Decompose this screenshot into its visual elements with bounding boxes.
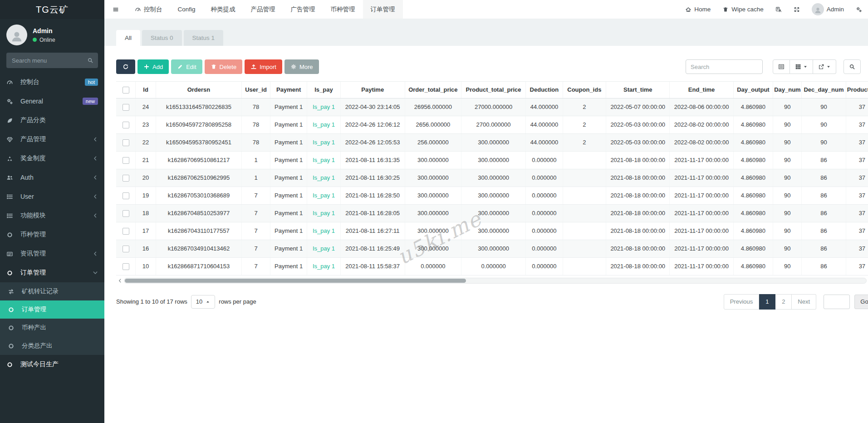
column-header[interactable]: Day_output bbox=[733, 82, 773, 98]
navbar-tab[interactable]: 订单管理 bbox=[363, 0, 403, 19]
sidebar-item[interactable]: 币种管理 bbox=[0, 225, 104, 244]
select-all-checkbox[interactable] bbox=[123, 87, 129, 93]
row-checkbox[interactable] bbox=[123, 210, 129, 217]
column-header[interactable]: Start_time bbox=[606, 82, 670, 98]
navbar-tab[interactable]: Config bbox=[170, 0, 203, 19]
sidebar-item[interactable]: 产品分类 bbox=[0, 111, 104, 130]
row-checkbox[interactable] bbox=[123, 246, 129, 252]
table-search-input[interactable] bbox=[686, 59, 763, 74]
refresh-button[interactable] bbox=[116, 59, 135, 74]
tab-status-1[interactable]: Status 1 bbox=[184, 30, 224, 46]
column-header[interactable]: Coupon_ids bbox=[563, 82, 606, 98]
column-header[interactable]: Id bbox=[136, 82, 156, 98]
table-cell: 300.000000 bbox=[405, 151, 461, 169]
delete-button[interactable]: Delete bbox=[205, 59, 243, 74]
page-size-dropdown[interactable]: 10 bbox=[191, 295, 215, 309]
import-button[interactable]: Import bbox=[245, 59, 282, 74]
scrollbar-track[interactable] bbox=[124, 278, 867, 284]
row-checkbox[interactable] bbox=[123, 228, 129, 235]
column-header[interactable]: Dec_day_num bbox=[802, 82, 846, 98]
page-1[interactable]: 1 bbox=[759, 294, 775, 310]
column-header[interactable]: Day_num bbox=[773, 82, 802, 98]
navbar-tab[interactable]: 种类提成 bbox=[203, 0, 243, 19]
hamburger-icon[interactable] bbox=[104, 0, 127, 19]
sidebar-subitem[interactable]: 币种产出 bbox=[0, 319, 104, 337]
table-row: 10k1628668717106041537Payment 1Is_pay 12… bbox=[116, 257, 868, 275]
is-pay-link[interactable]: Is_pay 1 bbox=[313, 103, 335, 110]
sidebar-item[interactable]: 测试今日生产 bbox=[0, 355, 104, 374]
navbar-tab[interactable]: 广告管理 bbox=[283, 0, 323, 19]
goto-page-input[interactable] bbox=[824, 295, 850, 309]
table-cell: 2022-08-06 00:00:00 bbox=[670, 98, 733, 116]
tab-status-0[interactable]: Status 0 bbox=[142, 30, 182, 46]
translate-button[interactable] bbox=[770, 6, 788, 13]
sidebar-item[interactable]: 资讯管理 bbox=[0, 244, 104, 263]
table-cell: 0.000000 bbox=[405, 257, 461, 275]
sidebar-item[interactable]: Auth bbox=[0, 168, 104, 187]
sidebar-search-input[interactable] bbox=[6, 53, 98, 68]
search-toggle-button[interactable] bbox=[843, 59, 861, 74]
go-button[interactable]: Go bbox=[854, 295, 868, 309]
row-checkbox[interactable] bbox=[123, 263, 129, 270]
edit-button[interactable]: Edit bbox=[171, 59, 202, 74]
column-header[interactable]: Product_id bbox=[846, 82, 868, 98]
scroll-left-arrow[interactable] bbox=[116, 278, 124, 283]
is-pay-link[interactable]: Is_pay 1 bbox=[313, 245, 335, 252]
navbar-tab[interactable]: 控制台 bbox=[127, 0, 170, 19]
column-header[interactable]: End_time bbox=[670, 82, 733, 98]
row-checkbox[interactable] bbox=[123, 157, 129, 164]
is-pay-link[interactable]: Is_pay 1 bbox=[313, 263, 335, 270]
sidebar-item[interactable]: Generalnew bbox=[0, 92, 104, 111]
row-checkbox[interactable] bbox=[123, 175, 129, 182]
sidebar-item[interactable]: 产品管理 bbox=[0, 130, 104, 149]
row-checkbox[interactable] bbox=[123, 122, 129, 128]
table-cell: 37 bbox=[846, 98, 868, 116]
page-previous[interactable]: Previous bbox=[724, 294, 760, 310]
is-pay-link[interactable]: Is_pay 1 bbox=[313, 121, 335, 128]
navbar-tab[interactable]: 币种管理 bbox=[323, 0, 363, 19]
column-header[interactable]: Is_pay bbox=[307, 82, 340, 98]
sidebar-item[interactable]: 订单管理 bbox=[0, 263, 104, 282]
column-header[interactable]: Product_total_price bbox=[461, 82, 525, 98]
home-button[interactable]: Home bbox=[679, 6, 716, 13]
scrollbar-thumb[interactable] bbox=[125, 279, 466, 283]
row-checkbox[interactable] bbox=[123, 104, 129, 111]
columns-button[interactable] bbox=[790, 59, 813, 74]
sidebar-item[interactable]: 功能模块 bbox=[0, 206, 104, 225]
add-button[interactable]: Add bbox=[137, 59, 169, 74]
column-header[interactable]: Order_total_price bbox=[405, 82, 461, 98]
more-button[interactable]: More bbox=[284, 59, 319, 74]
detail-view-button[interactable] bbox=[773, 59, 790, 74]
is-pay-link[interactable]: Is_pay 1 bbox=[313, 139, 335, 146]
page-next[interactable]: Next bbox=[792, 294, 816, 310]
sidebar-item[interactable]: User bbox=[0, 187, 104, 206]
tab-all[interactable]: All bbox=[116, 30, 140, 46]
column-header[interactable]: Paytime bbox=[340, 82, 405, 98]
is-pay-link[interactable]: Is_pay 1 bbox=[313, 227, 335, 234]
sidebar-item[interactable]: 奖金制度 bbox=[0, 149, 104, 168]
table-cell: 2021-08-18 00:00:00 bbox=[606, 240, 670, 257]
sidebar-subitem[interactable]: 订单管理 bbox=[0, 300, 104, 319]
navbar-tab[interactable]: 产品管理 bbox=[243, 0, 283, 19]
is-pay-link[interactable]: Is_pay 1 bbox=[313, 210, 335, 216]
column-header[interactable]: User_id bbox=[242, 82, 270, 98]
row-checkbox[interactable] bbox=[123, 192, 129, 199]
export-button[interactable] bbox=[813, 59, 836, 74]
wipe-cache-button[interactable]: Wipe cache bbox=[716, 6, 770, 13]
table-cell: 0.000000 bbox=[526, 257, 563, 275]
sidebar-subitem[interactable]: 矿机转让记录 bbox=[0, 282, 104, 300]
sidebar-item[interactable]: 控制台hot bbox=[0, 73, 104, 92]
fullscreen-button[interactable] bbox=[788, 6, 806, 13]
is-pay-link[interactable]: Is_pay 1 bbox=[313, 157, 335, 163]
column-header[interactable]: Deduction bbox=[526, 82, 563, 98]
is-pay-link[interactable]: Is_pay 1 bbox=[313, 174, 335, 181]
column-header[interactable]: Payment bbox=[270, 82, 307, 98]
is-pay-link[interactable]: Is_pay 1 bbox=[313, 192, 335, 199]
table-cell: 37 bbox=[846, 169, 868, 187]
page-2[interactable]: 2 bbox=[775, 294, 792, 310]
settings-button[interactable] bbox=[850, 6, 868, 13]
column-header[interactable]: Ordersn bbox=[156, 82, 241, 98]
sidebar-subitem[interactable]: 分类总产出 bbox=[0, 337, 104, 355]
admin-menu[interactable]: Admin bbox=[806, 3, 850, 15]
row-checkbox[interactable] bbox=[123, 139, 129, 146]
